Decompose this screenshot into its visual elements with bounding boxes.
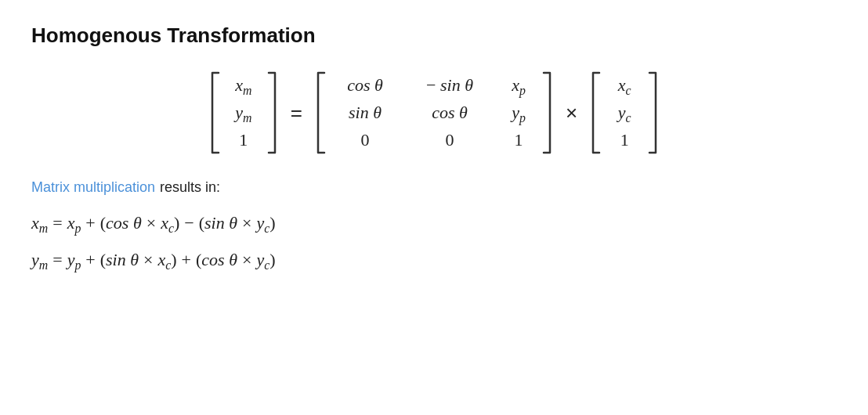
- matrix-equation: xm ym 1 = cos θ − sin θ xp sin θ cos θ y…: [31, 70, 837, 156]
- matrix-link-text[interactable]: Matrix multiplication: [31, 179, 155, 196]
- equals-sign: =: [291, 101, 302, 125]
- page-title: Homogenous Transformation: [31, 23, 837, 48]
- big-matrix: cos θ − sin θ xp sin θ cos θ yp 0 0 1: [313, 70, 555, 156]
- right-vector: xc yc 1: [588, 70, 660, 156]
- equations-section: xm = xp + (cos θ × xc) − (sin θ × yc) ym…: [31, 213, 837, 273]
- matrix-note-rest: results in:: [160, 179, 220, 196]
- left-vector: xm ym 1: [208, 70, 280, 156]
- matrix-note: Matrix multiplication results in:: [31, 179, 837, 196]
- equation-1: xm = xp + (cos θ × xc) − (sin θ × yc): [31, 213, 837, 236]
- equation-2: ym = yp + (sin θ × xc) + (cos θ × yc): [31, 250, 837, 272]
- times-sign: ×: [566, 101, 577, 125]
